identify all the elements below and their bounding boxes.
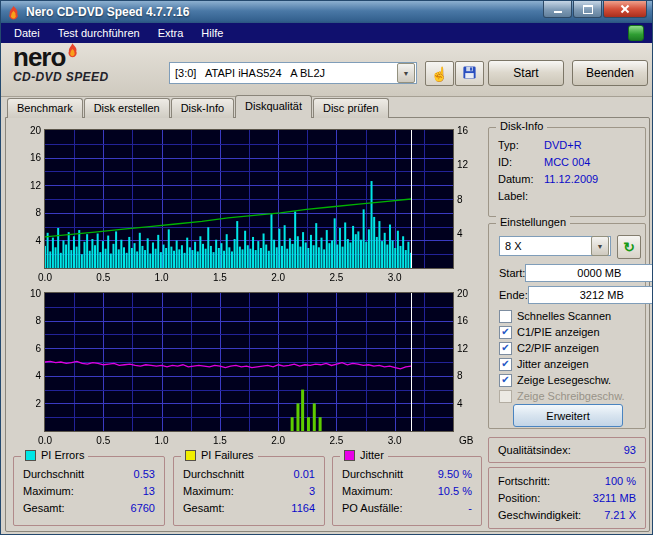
checkbox-schnelles-scannen[interactable]: Schnelles Scannen — [499, 308, 643, 324]
drive-select[interactable]: [3:0] ATAPI iHAS524 A BL2J ▼ — [169, 62, 417, 84]
tab-label: Diskqualität — [245, 100, 302, 112]
chevron-down-icon[interactable]: ▼ — [397, 63, 415, 83]
tab-diskqualitaet[interactable]: Diskqualität — [235, 95, 312, 118]
row-value: DVD+R — [544, 137, 582, 154]
logo-subtext: CD-DVD SPEED — [13, 70, 165, 84]
quit-button[interactable]: Beenden — [572, 60, 648, 86]
end-mb-label: Ende: — [499, 289, 528, 301]
row-label: Gesamt: — [23, 500, 65, 517]
row-value: 10.5 % — [438, 483, 472, 500]
tab-label: Disk erstellen — [94, 102, 160, 114]
row-label: Geschwindigkeit: — [498, 507, 581, 524]
row-value: 7.21 X — [604, 507, 636, 524]
stat-row: Durchschnitt 0.53 — [14, 466, 164, 483]
tab-benchmark[interactable]: Benchmark — [7, 98, 83, 118]
floppy-icon — [462, 65, 477, 82]
titlebar[interactable]: Nero CD-DVD Speed 4.7.7.16 — [1, 1, 652, 23]
flame-icon — [66, 43, 79, 58]
checkbox-label: Schnelles Scannen — [517, 310, 611, 322]
pi-errors-stats-box: PI Errors Durchschnitt 0.53 Maximum: 13 … — [13, 456, 165, 526]
end-mb-input[interactable] — [528, 286, 653, 304]
logo-text: nero — [13, 45, 65, 70]
checkbox-label: Zeige Lesegeschw. — [517, 374, 611, 386]
pi-errors-chart — [15, 125, 479, 285]
advanced-button[interactable]: Erweitert — [513, 404, 623, 427]
checkbox-box: ✔ — [499, 374, 512, 387]
row-value: 11.12.2009 — [544, 171, 598, 188]
disk-info-title: Disk-Info — [496, 120, 547, 132]
nero-green-icon — [628, 25, 644, 41]
tab-disk-erstellen[interactable]: Disk erstellen — [84, 98, 170, 118]
app-window: Nero CD-DVD Speed 4.7.7.16 Datei Test du… — [0, 0, 653, 535]
checkbox-zeige-schreibgeschw: Zeige Schreibgeschw. — [499, 388, 643, 404]
row-label: Maximum: — [183, 483, 234, 500]
start-button[interactable]: Start — [488, 60, 564, 86]
checkbox-label: C2/PIF anzeigen — [517, 342, 599, 354]
row-value: 1164 — [291, 500, 315, 517]
disk-info-row-datum: Datum: 11.12.2009 — [489, 171, 645, 188]
jitter-stats-box: Jitter Durchschnitt 9.50 % Maximum: 10.5… — [332, 456, 482, 526]
row-label: Durchschnitt — [183, 466, 244, 483]
maximize-button[interactable] — [573, 1, 602, 18]
checkbox-box: ✔ — [499, 342, 512, 355]
progress-row: Fortschritt: 100 % — [489, 473, 645, 490]
row-value: MCC 004 — [544, 154, 590, 171]
checkbox-box: ✔ — [499, 326, 512, 339]
row-label: Position: — [498, 490, 540, 507]
stats-box-title: PI Errors — [41, 449, 84, 461]
speed-row: Geschwindigkeit: 7.21 X — [489, 507, 645, 524]
progress-box: Fortschritt: 100 % Position: 3211 MB Ges… — [488, 467, 646, 529]
refresh-icon: ↻ — [623, 239, 635, 255]
save-button[interactable] — [455, 61, 484, 86]
menu-datei[interactable]: Datei — [5, 24, 49, 42]
stat-row: Maximum: 3 — [174, 483, 324, 500]
menu-test-durchfuehren[interactable]: Test durchführen — [49, 24, 149, 42]
stats-box-title: Jitter — [360, 449, 384, 461]
settings-title: Einstellungen — [496, 216, 570, 228]
end-mb-row: Ende: — [499, 286, 637, 304]
checkbox-box — [499, 390, 512, 403]
row-label: ID: — [498, 154, 544, 171]
row-label: Label: — [498, 188, 544, 205]
row-value: - — [468, 500, 472, 517]
checkbox-c2-pif-anzeigen[interactable]: ✔ C2/PIF anzeigen — [499, 340, 643, 356]
pi-errors-color-swatch — [25, 450, 36, 461]
checkbox-label: Zeige Schreibgeschw. — [517, 390, 625, 402]
advanced-button-label: Erweitert — [546, 410, 589, 422]
start-mb-input[interactable] — [525, 264, 653, 282]
row-value: 0.01 — [294, 466, 315, 483]
checkbox-c1-pie-anzeigen[interactable]: ✔ C1/PIE anzeigen — [499, 324, 643, 340]
app-icon — [6, 5, 21, 20]
menu-hilfe[interactable]: Hilfe — [192, 24, 232, 42]
quality-index-box: Qualitätsindex: 93 — [488, 437, 646, 463]
disk-info-group: Disk-Info Typ: DVD+R ID: MCC 004 Datum: … — [488, 127, 646, 217]
row-label: Durchschnitt — [342, 466, 403, 483]
checkbox-zeige-lesegeschw[interactable]: ✔ Zeige Lesegeschw. — [499, 372, 643, 388]
quality-index-label: Qualitätsindex: — [498, 438, 571, 462]
checkbox-jitter-anzeigen[interactable]: ✔ Jitter anzeigen — [499, 356, 643, 372]
close-button[interactable] — [603, 1, 647, 18]
disk-info-row-typ: Typ: DVD+R — [489, 137, 645, 154]
minimize-button[interactable] — [543, 1, 572, 18]
tab-disk-info[interactable]: Disk-Info — [171, 98, 234, 118]
pi-failures-stats-box: PI Failures Durchschnitt 0.01 Maximum: 3… — [173, 456, 325, 526]
quit-button-label: Beenden — [586, 66, 634, 80]
eject-button[interactable]: ☝ — [425, 61, 454, 86]
tabstrip: Benchmark Disk erstellen Disk-Info Diskq… — [5, 96, 648, 118]
hand-icon: ☝ — [431, 67, 448, 81]
tab-disc-pruefen[interactable]: Disc prüfen — [313, 98, 389, 118]
window-controls — [542, 1, 647, 18]
tab-label: Disk-Info — [181, 102, 224, 114]
menu-extra[interactable]: Extra — [149, 24, 193, 42]
row-value: 3211 MB — [593, 490, 636, 507]
start-button-label: Start — [513, 66, 538, 80]
close-icon — [620, 4, 630, 14]
row-label: Typ: — [498, 137, 544, 154]
tab-label: Benchmark — [17, 102, 73, 114]
settings-group: Einstellungen 8 X ▼ ↻ Start: Ende: Schne… — [488, 223, 646, 429]
tab-label: Disc prüfen — [323, 102, 379, 114]
stat-row: Maximum: 13 — [14, 483, 164, 500]
chevron-down-icon[interactable]: ▼ — [591, 236, 609, 256]
speed-select[interactable]: 8 X ▼ — [499, 236, 611, 256]
refresh-button[interactable]: ↻ — [617, 235, 641, 259]
